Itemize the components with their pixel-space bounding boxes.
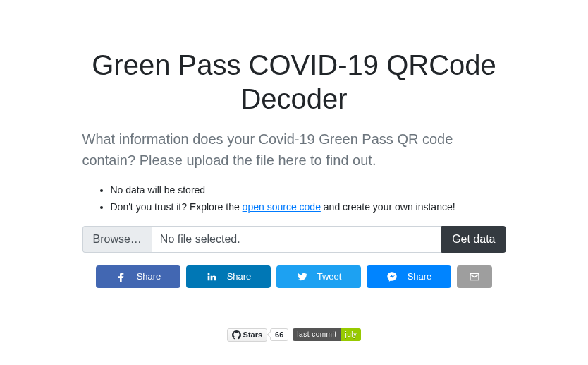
info-list: No data will be stored Don't you trust i… [82,182,506,216]
email-icon [469,271,480,282]
share-button-row: Share Share Tweet Share [82,265,506,288]
share-label: Share [227,271,252,282]
shield-label: last commit [293,328,341,341]
get-data-button[interactable]: Get data [441,226,506,253]
list-text: Don't you trust it? Explore the [111,201,243,213]
share-label: Share [408,271,432,282]
open-source-link[interactable]: open source code [243,201,321,213]
page-subtitle: What information does your Covid-19 Gree… [82,128,506,171]
list-text: and create your own instance! [321,201,455,213]
github-stars-badge[interactable]: Stars 66 [227,328,289,342]
list-item: Don't you trust it? Explore the open sou… [111,199,506,216]
twitter-icon [296,271,307,282]
divider [82,318,506,318]
page-title: Green Pass COVID-19 QRCode Decoder [82,48,506,116]
last-commit-badge[interactable]: last commit july [293,328,361,341]
browse-button[interactable]: Browse… [82,226,152,253]
badge-row: Stars 66 last commit july [82,328,506,342]
share-linkedin-button[interactable]: Share [186,265,271,288]
share-email-button[interactable] [457,265,492,288]
linkedin-icon [206,271,217,282]
github-icon [232,330,241,340]
share-label: Share [137,271,161,282]
share-facebook-button[interactable]: Share [96,265,180,288]
list-item: No data will be stored [111,182,506,199]
facebook-icon [116,271,127,282]
file-upload-group: Browse… No file selected. Get data [82,226,506,253]
share-label: Tweet [317,271,342,282]
github-stars-label: Stars [243,330,263,339]
share-messenger-button[interactable]: Share [367,265,451,288]
messenger-icon [386,271,398,282]
share-twitter-button[interactable]: Tweet [276,265,361,288]
file-status-display[interactable]: No file selected. [152,226,441,253]
shield-value: july [341,328,361,341]
github-stars-count: 66 [270,328,288,341]
